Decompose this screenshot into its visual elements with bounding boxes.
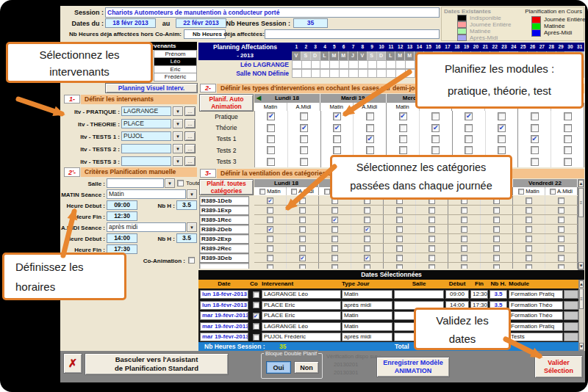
categ-checkbox[interactable]	[558, 217, 564, 223]
calendar-cell[interactable]	[292, 69, 302, 78]
itv-dropdown-icon[interactable]: ▼	[173, 119, 183, 128]
categ-checkbox[interactable]: ✔	[267, 197, 273, 204]
categ-checkbox[interactable]	[558, 226, 564, 233]
categ-checkbox[interactable]	[299, 217, 306, 223]
categ-checkbox[interactable]	[267, 245, 273, 252]
categ-checkbox[interactable]	[331, 207, 338, 214]
cell-date[interactable]: mar 19-févr-2013	[200, 311, 248, 320]
categ-checkbox[interactable]	[299, 226, 306, 233]
planif-checkbox[interactable]	[431, 146, 440, 154]
cell-module-button[interactable]	[564, 301, 578, 310]
planif-checkbox[interactable]	[531, 124, 539, 132]
categ-checkbox[interactable]	[461, 226, 467, 233]
cell-salle[interactable]	[394, 290, 444, 299]
select-all-checkbox[interactable]	[518, 189, 524, 195]
categ-checkbox[interactable]	[299, 197, 306, 204]
cell-module[interactable]: Formation Pratiq	[509, 290, 563, 299]
planif-checkbox[interactable]	[399, 135, 407, 143]
itv-field[interactable]	[121, 144, 171, 153]
categ-checkbox[interactable]	[493, 217, 500, 223]
cell-module-button[interactable]	[564, 290, 578, 299]
cell-fin[interactable]: 12:30	[470, 290, 488, 299]
categ-checkbox[interactable]	[526, 264, 532, 269]
calendar-cell[interactable]	[320, 69, 330, 78]
planif-checkbox[interactable]	[564, 112, 572, 120]
categ-checkbox[interactable]	[299, 207, 306, 214]
planif-checkbox[interactable]	[300, 112, 308, 120]
calendar-cell[interactable]	[377, 69, 387, 78]
prev-day-icon[interactable]: ◀	[254, 94, 263, 103]
planif-checkbox[interactable]: ✔	[431, 124, 440, 132]
select-all-checkbox[interactable]	[291, 189, 297, 195]
cell-nbh[interactable]: 3.5	[490, 290, 507, 299]
planif-checkbox[interactable]: ✔	[267, 112, 275, 120]
cell-intervenant[interactable]: PLACE Eric	[262, 311, 341, 320]
categ-checkbox[interactable]	[493, 264, 500, 269]
categ-checkbox[interactable]	[429, 226, 435, 233]
planif-checkbox[interactable]	[465, 124, 473, 132]
calendar-cell[interactable]	[302, 60, 312, 69]
itv-field[interactable]: PLACE	[121, 119, 171, 128]
categ-checkbox[interactable]	[299, 245, 306, 252]
calendar-cell[interactable]	[330, 69, 340, 78]
categ-checkbox[interactable]	[526, 245, 532, 252]
amidi-seance-field[interactable]: après midi	[107, 222, 186, 232]
categ-checkbox[interactable]	[493, 245, 500, 252]
categ-checkbox[interactable]	[396, 264, 403, 269]
matin-seance-dropdown-icon[interactable]: ▼	[187, 189, 197, 199]
heure-debut-amidi-field[interactable]: 14:00	[107, 233, 137, 243]
planif-checkbox[interactable]	[366, 112, 374, 120]
calendar-cell[interactable]	[340, 60, 349, 69]
cell-type-jour[interactable]: Matin	[342, 322, 392, 331]
planif-checkbox[interactable]: ✔	[498, 124, 506, 132]
categ-checkbox[interactable]: ✔	[364, 255, 370, 261]
categ-checkbox[interactable]	[558, 236, 564, 242]
categ-checkbox[interactable]	[331, 255, 338, 261]
categ-checkbox[interactable]	[331, 226, 338, 233]
basculer-button[interactable]: Basculer vers l'Assistant de Planificati…	[85, 353, 229, 375]
planif-checkbox[interactable]	[498, 146, 506, 154]
select-all-checkbox[interactable]	[550, 189, 556, 195]
itv-browse-button[interactable]: ...	[184, 106, 196, 116]
cell-module[interactable]: Formation Théo	[509, 301, 563, 310]
nb-heures-session-field[interactable]: 35	[293, 18, 328, 28]
table-scrollbar[interactable]: ▲ ≡ ▼	[578, 280, 584, 351]
planif-checkbox[interactable]	[531, 146, 539, 154]
planning-visuel-button[interactable]: Planning Visuel Interv.	[105, 83, 198, 93]
enregistrer-modele-button[interactable]: Enregistrer Modèle ANIMATION	[376, 357, 450, 377]
categ-checkbox[interactable]	[461, 264, 467, 269]
categ-checkbox[interactable]	[299, 236, 306, 242]
categ-checkbox[interactable]	[267, 264, 273, 269]
planif-checkbox[interactable]: ✔	[300, 124, 308, 132]
categ-checkbox[interactable]	[267, 236, 273, 242]
itv-dropdown-icon[interactable]: ▼	[173, 131, 183, 141]
cell-date[interactable]: mar 19-févr-2013	[200, 333, 248, 341]
scroll-down-icon[interactable]: ▼	[578, 262, 584, 269]
itv-browse-button[interactable]: ...	[184, 119, 196, 128]
cell-type-jour[interactable]: après midi	[342, 301, 392, 310]
heure-fin-matin-field[interactable]: 12:30	[107, 211, 137, 221]
categ-checkbox[interactable]	[558, 264, 564, 269]
planif-checkbox[interactable]	[267, 146, 275, 154]
scroll-down-icon[interactable]: ▼	[579, 343, 584, 350]
planif-checkbox[interactable]	[267, 124, 275, 132]
categ-checkbox[interactable]	[396, 255, 403, 261]
calendar-cell[interactable]	[320, 60, 330, 69]
co-checkbox[interactable]	[253, 323, 259, 330]
calendar-cell[interactable]	[406, 69, 415, 78]
matin-seance-field[interactable]: Matin	[107, 189, 186, 199]
cell-intervenant[interactable]: LAGRANGE Léo	[262, 290, 341, 299]
categ-checkbox[interactable]	[461, 217, 467, 223]
cell-date[interactable]: lun 18-févr-2013	[200, 290, 248, 299]
categ-checkbox[interactable]	[331, 264, 338, 269]
categ-checkbox[interactable]	[331, 236, 338, 242]
categ-checkbox[interactable]	[267, 207, 273, 214]
calendar-cell[interactable]	[349, 60, 359, 69]
nbh-amidi-field[interactable]: 3.5	[176, 233, 197, 243]
session-field[interactable]: Chariots Automoteurs de manutention à co…	[105, 7, 440, 18]
nbh-matin-field[interactable]: 3.5	[176, 200, 197, 210]
planif-checkbox[interactable]: ✔	[465, 112, 473, 120]
cell-intervenant[interactable]: PLACE Eric	[262, 301, 341, 310]
cell-intervenant[interactable]: LAGRANGE Léo	[262, 322, 341, 331]
categ-checkbox[interactable]	[526, 255, 532, 261]
